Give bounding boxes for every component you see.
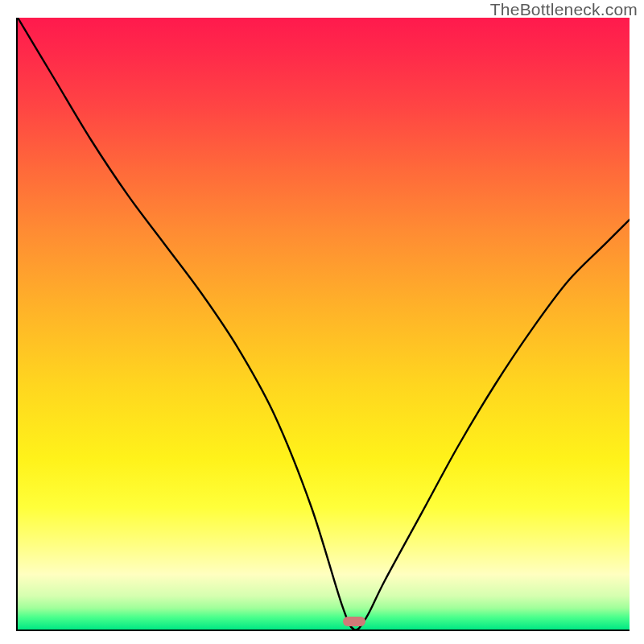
minimum-marker	[343, 617, 365, 626]
bottleneck-chart: TheBottleneck.com	[0, 0, 644, 644]
curve-svg	[18, 18, 630, 630]
plot-area	[16, 18, 630, 631]
bottleneck-curve-path	[18, 18, 630, 630]
watermark-text: TheBottleneck.com	[490, 0, 638, 19]
